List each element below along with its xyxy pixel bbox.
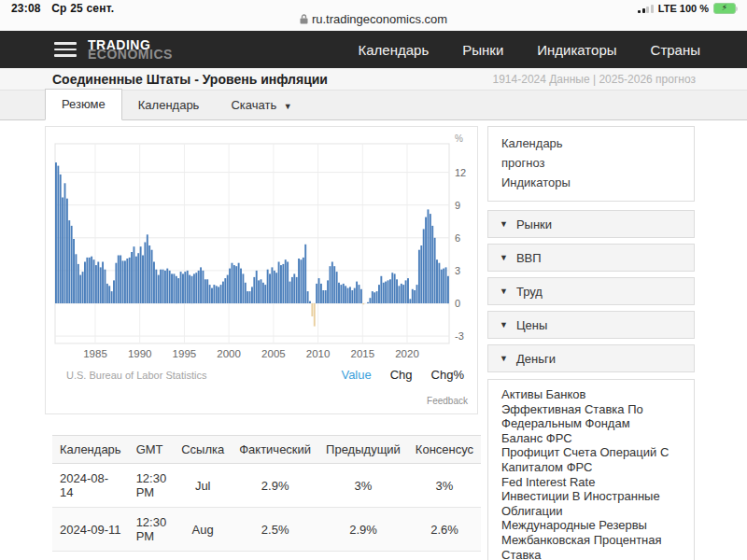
svg-text:2020: 2020	[395, 348, 419, 359]
tab-резюме[interactable]: Резюме	[45, 89, 122, 120]
table-cell: 12:30 PM	[129, 508, 175, 552]
accordion-label: ВВП	[516, 251, 542, 265]
nav-item-страны[interactable]: Страны	[651, 42, 700, 58]
nav-item-индикаторы[interactable]: Индикаторы	[537, 42, 616, 58]
page-title-bar: Соединенные Штаты - Уровень инфляции 191…	[0, 68, 747, 91]
svg-text:9: 9	[455, 200, 460, 211]
address-bar[interactable]: ru.tradingeconomics.com	[0, 12, 747, 26]
chart-view-link-value[interactable]: Value	[341, 368, 371, 382]
accordion-label: Труд	[516, 285, 543, 299]
tab-bar: РезюмеКалендарьСкачать ▼	[0, 91, 747, 120]
hamburger-menu-icon[interactable]	[54, 38, 77, 61]
money-indicator-link[interactable]: Эффективная Ставка По Федеральным Фондам	[488, 402, 694, 431]
cellular-signal-icon	[638, 4, 654, 13]
table-row[interactable]: 2024-09-1112:30 PMAug2.5%2.9%2.6%	[52, 508, 481, 552]
accordion-section-труд[interactable]: ▼Труд	[487, 277, 695, 305]
feedback-link[interactable]: Feedback	[427, 396, 468, 406]
svg-text:3: 3	[455, 265, 460, 276]
table-cell: 12:30 PM	[129, 464, 175, 508]
table-cell: 2024-09-11	[52, 508, 129, 552]
accordion-label: Рынки	[516, 217, 552, 231]
chevron-down-icon: ▼	[500, 253, 508, 262]
table-cell: 2024-10-10	[52, 552, 129, 560]
svg-text:%: %	[455, 134, 463, 144]
money-indicator-link[interactable]: Fed Interest Rate	[488, 475, 694, 490]
table-header-2: Ссылка	[174, 436, 232, 464]
nav-menu: КалендарьРынкиИндикаторыСтраны	[359, 42, 700, 58]
table-cell: 2.9%	[232, 464, 318, 508]
table-cell: Jul	[174, 464, 232, 508]
svg-text:2005: 2005	[261, 348, 286, 359]
money-indicator-link[interactable]: Международные Резервы	[488, 518, 694, 533]
money-indicators-list: Активы БанковЭффективная Ставка По Федер…	[487, 379, 695, 560]
nav-item-календарь[interactable]: Календарь	[359, 42, 430, 58]
money-indicator-link[interactable]: Инвестиции В Иностранные Облигации	[488, 489, 694, 518]
url-text: ru.tradingeconomics.com	[312, 12, 447, 26]
page-title: Соединенные Штаты - Уровень инфляции	[52, 72, 328, 87]
sidebar-quick-links: КалендарьпрогнозИндикаторы	[487, 126, 695, 202]
money-indicator-link[interactable]: Активы Банков	[488, 387, 694, 402]
table-cell: 3%	[408, 464, 481, 508]
top-navbar: TRADING ECONOMICS КалендарьРынкиИндикато…	[0, 31, 747, 68]
accordion-section-цены[interactable]: ▼Цены	[487, 311, 695, 339]
svg-text:1985: 1985	[83, 348, 107, 359]
table-cell: 2.9%	[318, 508, 408, 552]
chart-source-label: U.S. Bureau of Labor Statistics	[66, 370, 206, 381]
sidebar-link-индикаторы[interactable]: Индикаторы	[488, 173, 694, 192]
table-cell	[408, 552, 481, 560]
accordion-label: Деньги	[516, 352, 556, 366]
chart-view-links: ValueChgChg%	[341, 368, 464, 382]
table-header-1: GMT	[129, 436, 175, 464]
chevron-down-icon: ▼	[500, 287, 508, 296]
table-header-0: Календарь	[52, 436, 129, 464]
svg-text:-3: -3	[455, 330, 464, 342]
svg-text:12: 12	[455, 167, 466, 178]
accordion-section-ввп[interactable]: ▼ВВП	[487, 244, 695, 272]
brand-line2: ECONOMICS	[88, 49, 173, 60]
right-sidebar: КалендарьпрогнозИндикаторы ▼Рынки▼ВВП▼Тр…	[487, 126, 695, 560]
chevron-down-icon: ▼	[500, 219, 508, 229]
inflation-bar-chart[interactable]: 129630-3%1985199019952000200520102015202…	[46, 134, 471, 362]
svg-text:1995: 1995	[173, 348, 197, 359]
table-row[interactable]: 2024-10-1012:30 PMSep2.5%	[52, 552, 481, 560]
chart-view-link-chg[interactable]: Chg	[390, 368, 413, 382]
svg-text:2015: 2015	[351, 348, 375, 359]
svg-text:6: 6	[455, 232, 460, 244]
table-cell: Sep	[174, 552, 232, 560]
table-cell: 2024-08-14	[52, 464, 129, 508]
table-cell: 2.5%	[232, 508, 318, 552]
money-indicator-link[interactable]: Профицит Счета Операций С Капиталом ФРС	[488, 445, 694, 474]
chevron-down-icon: ▼	[284, 102, 292, 111]
brand-logo[interactable]: TRADING ECONOMICS	[88, 39, 173, 60]
inflation-chart-card: 129630-3%1985199019952000200520102015202…	[45, 126, 478, 414]
table-cell: 2.5%	[318, 552, 408, 560]
money-indicator-link[interactable]: Баланс ФРС	[488, 431, 694, 446]
table-cell: Aug	[174, 508, 232, 552]
tab-скачать[interactable]: Скачать ▼	[215, 91, 307, 120]
sidebar-link-прогноз[interactable]: прогноз	[488, 153, 694, 173]
lock-icon	[300, 14, 308, 24]
table-row[interactable]: 2024-08-1412:30 PMJul2.9%3%3%	[52, 464, 481, 508]
chart-view-link-chgpct[interactable]: Chg%	[431, 368, 464, 382]
money-indicator-link[interactable]: Межбанковская Процентная Ставка	[488, 533, 694, 560]
table-cell	[232, 552, 318, 560]
status-bar: 23:08 Ср 25 сент. LTE 100 % ⚡ ru.trading…	[0, 0, 747, 31]
chevron-down-icon: ▼	[500, 320, 508, 329]
table-header-5: Консенсус	[408, 436, 481, 464]
calendar-table: КалендарьGMTСсылкаФактическийПредыдущийК…	[52, 435, 481, 560]
table-header-4: Предыдущий	[318, 436, 408, 464]
accordion-section-деньги[interactable]: ▼Деньги	[487, 344, 695, 372]
accordion-label: Цены	[516, 318, 547, 332]
chevron-down-icon: ▼	[500, 354, 508, 363]
table-cell: 12:30 PM	[129, 552, 175, 560]
tab-календарь[interactable]: Календарь	[122, 91, 216, 120]
table-header-3: Фактический	[232, 436, 318, 464]
data-range-note: 1914-2024 Данные | 2025-2026 прогноз	[493, 73, 696, 86]
nav-item-рынки[interactable]: Рынки	[462, 42, 503, 58]
svg-text:2000: 2000	[217, 348, 241, 359]
table-cell: 2.6%	[408, 508, 481, 552]
svg-text:2010: 2010	[306, 348, 331, 359]
sidebar-link-календарь[interactable]: Календарь	[488, 133, 694, 153]
svg-text:1990: 1990	[128, 348, 152, 359]
accordion-section-рынки[interactable]: ▼Рынки	[487, 210, 695, 238]
